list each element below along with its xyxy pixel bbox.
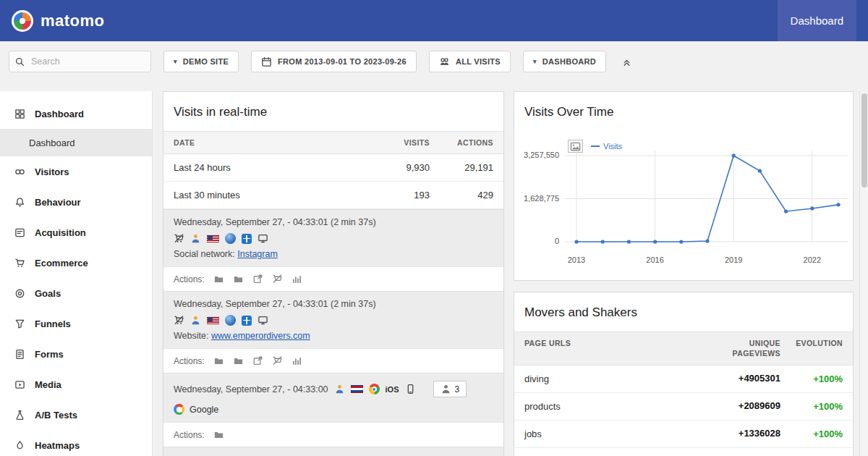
visits-in-realtime-widget: Visits in real-time DATE VISITS ACTIONS … [163, 91, 504, 456]
visit-count-badge: 3 [433, 381, 467, 397]
chevrons-up-icon [621, 56, 632, 67]
scrollbar-thumb[interactable] [861, 93, 867, 187]
page-url: products [524, 401, 718, 412]
abandoned-cart-icon[interactable] [272, 355, 283, 366]
us-flag-icon [207, 316, 219, 324]
sidebar-item-label: Acquisition [35, 227, 86, 238]
sidebar-item-label: Funnels [35, 318, 71, 329]
evolution-value: +100% [780, 373, 843, 384]
x-axis-tick: 2019 [720, 256, 746, 264]
visitor-icon [441, 384, 451, 394]
date-range-button[interactable]: FROM 2013-09-01 TO 2023-09-26 [251, 51, 417, 72]
sidebar-item-dashboard[interactable]: Dashboard [0, 98, 152, 129]
sidebar-item-label: Behaviour [35, 197, 81, 208]
abandoned-cart-icon [174, 315, 184, 326]
cart-icon [14, 258, 26, 269]
matomo-logo[interactable]: matomo [12, 10, 105, 32]
sidebar-item-forms[interactable]: Forms [0, 339, 152, 369]
page-folder-icon[interactable] [213, 429, 224, 440]
sidebar-item-behaviour[interactable]: Behaviour [0, 187, 152, 217]
sidebar-item-visitors[interactable]: Visitors [0, 156, 152, 187]
visit-icons [174, 233, 493, 244]
outlink-icon[interactable] [252, 274, 263, 284]
collapse-selectors-button[interactable] [618, 54, 635, 70]
search-box [9, 51, 151, 72]
table-row: Last 30 minutes 193 429 [163, 182, 503, 209]
target-icon [14, 288, 26, 299]
topnav-dashboard[interactable]: Dashboard [778, 0, 856, 41]
realtime-table-header: DATE VISITS ACTIONS [163, 131, 503, 154]
visit-log-entry: Wednesday, September 27, - 04:33:01 (2 m… [163, 291, 503, 348]
segment-people-icon [439, 56, 450, 67]
sidebar-item-ecommerce[interactable]: Ecommerce [0, 248, 152, 278]
site-selector-button[interactable]: ▾ DEMO SITE [163, 51, 239, 72]
row-visits: 9,930 [366, 162, 430, 173]
bell-icon [14, 197, 26, 208]
vertical-scrollbar[interactable] [859, 91, 868, 456]
us-flag-icon [207, 235, 219, 242]
google-icon [174, 404, 184, 415]
segment-selector-button[interactable]: ALL VISITS [429, 51, 511, 72]
visit-log-entry [163, 447, 503, 456]
sidebar-item-acquisition[interactable]: Acquisition [0, 217, 152, 248]
col-actions: ACTIONS [430, 138, 493, 147]
search-input[interactable] [9, 51, 151, 72]
sidebar-item-funnels[interactable]: Funnels [0, 308, 152, 339]
browser-icon [225, 315, 236, 326]
referrer-type-label: Website: [174, 331, 208, 341]
dashboard-selector-label: DASHBOARD [542, 57, 596, 66]
table-row: products +2089609 +100% [514, 393, 853, 421]
row-actions: 29,191 [430, 162, 493, 173]
referrer-type-label: Social network: [174, 249, 235, 259]
movers-and-shakers-widget: Movers and Shakers PAGE URLS UNIQUE PAGE… [514, 292, 854, 456]
movers-table-header: PAGE URLS UNIQUE PAGEVIEWS EVOLUTION [514, 332, 853, 366]
sidebar-item-label: Heatmaps [35, 440, 80, 451]
sidebar-item-heatmaps[interactable]: Heatmaps [0, 430, 152, 456]
chrome-icon [369, 384, 380, 394]
sidebar-subitem-dashboard[interactable]: Dashboard [0, 129, 152, 156]
page-folder-icon[interactable] [213, 274, 224, 284]
operating-system-icon [242, 234, 252, 244]
x-axis-tick: 2016 [642, 256, 668, 264]
y-axis-tick: 3,257,550 [514, 151, 559, 159]
abandoned-cart-icon[interactable] [272, 274, 283, 284]
sidebar-item-label: Goals [35, 288, 61, 299]
referrer-link[interactable]: Instagram [237, 249, 278, 259]
sidebar-item-goals[interactable]: Goals [0, 278, 152, 308]
site-selector-label: DEMO SITE [183, 57, 229, 66]
widget-title: Movers and Shakers [514, 292, 853, 332]
nl-flag-icon [351, 385, 363, 393]
x-axis-tick: 2022 [799, 256, 825, 264]
ios-os-label: iOS [386, 385, 399, 394]
x-axis-tick: 2013 [563, 256, 590, 264]
page-folder-icon[interactable] [233, 355, 244, 366]
table-row: Last 24 hours 9,930 29,191 [163, 154, 503, 182]
visits-over-time-plot[interactable] [565, 147, 848, 253]
y-axis-tick: 1,628,775 [514, 194, 559, 203]
page-url: jobs [524, 428, 718, 439]
outlink-icon[interactable] [252, 355, 263, 366]
calendar-icon [261, 56, 272, 67]
sidebar-item-media[interactable]: Media [0, 369, 152, 400]
visit-log-entry: Wednesday, September 27, - 04:33:01 (2 m… [163, 209, 503, 266]
returning-visitor-icon [190, 315, 201, 326]
col-visits: VISITS [366, 138, 430, 147]
visit-actions-row: Actions: [163, 348, 503, 373]
matomo-logo-icon [12, 10, 33, 32]
referrer-link[interactable]: www.emperordivers.com [211, 331, 310, 341]
sidebar-item-ab-tests[interactable]: A/B Tests [0, 400, 152, 430]
dashboard-selector-button[interactable]: ▾ DASHBOARD [523, 51, 606, 72]
sidebar-item-label: Forms [35, 349, 64, 360]
segment-selector-label: ALL VISITS [456, 57, 501, 66]
widget-title: Visits in real-time [163, 92, 503, 131]
row-visits: 193 [366, 190, 430, 200]
visit-referrer: Website: www.emperordivers.com [174, 331, 493, 341]
visit-referrer: Social network: Instagram [174, 249, 493, 259]
pageviews-icon[interactable] [292, 355, 302, 366]
page-folder-icon[interactable] [213, 355, 224, 366]
page-folder-icon[interactable] [233, 274, 244, 284]
media-play-icon [14, 379, 26, 390]
pageviews-icon[interactable] [292, 274, 302, 284]
evolution-value: +100% [780, 401, 843, 412]
evolution-value: +100% [780, 428, 843, 439]
